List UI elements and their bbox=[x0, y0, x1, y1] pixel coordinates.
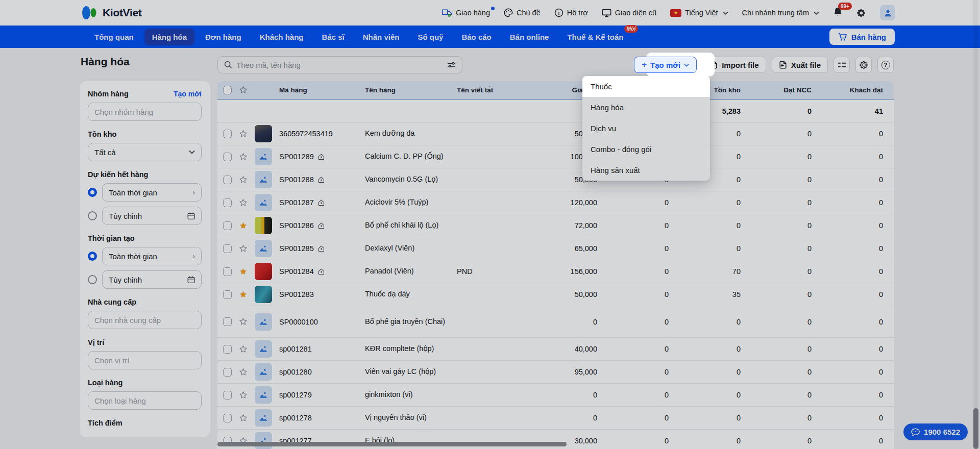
nav-tab-7[interactable]: Sổ quỹ bbox=[410, 29, 451, 45]
row-checkbox[interactable] bbox=[223, 130, 232, 138]
created-custom-option[interactable]: Tùy chỉnh bbox=[102, 270, 202, 289]
vertical-scrollbar-thumb[interactable] bbox=[973, 408, 978, 449]
dropdown-item-1[interactable]: Thuốc bbox=[582, 76, 710, 97]
forecast-alltime-radio[interactable] bbox=[88, 188, 97, 197]
nav-tab-3[interactable]: Đơn hàng bbox=[198, 29, 249, 45]
favorite-star-button[interactable] bbox=[238, 317, 248, 327]
favorite-star-button[interactable] bbox=[238, 344, 248, 354]
forecast-custom-radio[interactable] bbox=[88, 211, 97, 220]
col-header-code[interactable]: Mã hàng bbox=[279, 86, 365, 94]
created-alltime-option[interactable]: Toàn thời gian › bbox=[102, 247, 202, 265]
row-checkbox[interactable] bbox=[223, 267, 232, 276]
favorite-star-button[interactable] bbox=[238, 413, 248, 423]
row-checkbox[interactable] bbox=[223, 414, 232, 422]
horizontal-scrollbar[interactable] bbox=[217, 442, 567, 446]
settings-button[interactable] bbox=[856, 8, 866, 18]
nav-tab-4[interactable]: Khách hàng bbox=[252, 29, 311, 45]
nav-tab-6[interactable]: Nhân viên bbox=[355, 29, 407, 45]
row-checkbox[interactable] bbox=[223, 317, 232, 326]
user-avatar[interactable] bbox=[880, 5, 895, 20]
legacy-ui-link[interactable]: Giao diện cũ bbox=[602, 9, 656, 17]
row-checkbox[interactable] bbox=[223, 221, 232, 230]
table-row[interactable]: 3605972453419Kem dưỡng da50,0000000 bbox=[217, 122, 894, 145]
favorite-star-button[interactable] bbox=[238, 152, 248, 162]
row-checkbox[interactable] bbox=[223, 368, 232, 377]
create-group-link[interactable]: Tạo mới bbox=[174, 90, 202, 98]
favorite-star-button[interactable] bbox=[238, 129, 248, 139]
create-new-button[interactable]: + Tạo mới bbox=[634, 57, 697, 73]
vertical-scrollbar-track[interactable] bbox=[973, 0, 978, 449]
col-header-name[interactable]: Tên hàng bbox=[365, 86, 457, 94]
dropdown-item-2[interactable]: Hàng hóa bbox=[582, 97, 710, 118]
search-input[interactable] bbox=[236, 61, 443, 69]
row-checkbox[interactable] bbox=[223, 198, 232, 207]
favorite-star-button[interactable] bbox=[238, 198, 248, 208]
language-selector[interactable]: ★ Tiếng Việt bbox=[670, 9, 728, 17]
column-settings-button[interactable] bbox=[834, 57, 850, 73]
nav-tab-1[interactable]: Tổng quan bbox=[87, 29, 141, 45]
row-checkbox[interactable] bbox=[223, 290, 232, 299]
table-row[interactable]: SP0000100Bổ phế gia truyền (Chai)00000 bbox=[217, 306, 894, 338]
created-custom-radio[interactable] bbox=[88, 275, 97, 284]
branch-selector[interactable]: Chi nhánh trung tâm bbox=[742, 9, 819, 17]
nav-tab-8[interactable]: Báo cáo bbox=[454, 29, 499, 45]
col-header-supplier-order[interactable]: Đặt NCC bbox=[741, 86, 812, 94]
nav-tab-10[interactable]: Thuế & Kế toánMới bbox=[559, 29, 631, 45]
palette-icon bbox=[504, 8, 513, 17]
row-checkbox[interactable] bbox=[223, 345, 232, 354]
export-file-button[interactable]: Xuất file bbox=[772, 57, 828, 73]
table-settings-button[interactable] bbox=[855, 57, 872, 73]
dropdown-item-5[interactable]: Hàng sản xuất bbox=[582, 160, 710, 181]
group-filter-input[interactable] bbox=[88, 103, 202, 121]
row-checkbox[interactable] bbox=[223, 244, 232, 253]
favorite-star-button[interactable] bbox=[238, 390, 248, 400]
search-box[interactable] bbox=[217, 56, 462, 73]
sell-button[interactable]: Bán hàng bbox=[829, 29, 895, 45]
brand-logo[interactable]: KiotViet bbox=[81, 5, 142, 20]
row-checkbox[interactable] bbox=[223, 176, 232, 184]
supplier-filter-input[interactable] bbox=[88, 311, 202, 329]
table-row[interactable]: SP001289Calcium C. D. PP (Ống)100,000000… bbox=[217, 145, 894, 168]
stock-filter-select[interactable]: Tất cả bbox=[88, 143, 202, 161]
help-button[interactable]: ? bbox=[877, 57, 894, 73]
support-link[interactable]: ! Hỗ trợ bbox=[554, 8, 588, 17]
col-header-short-name[interactable]: Tên viết tắt bbox=[457, 86, 533, 94]
dropdown-item-3[interactable]: Dịch vụ bbox=[582, 118, 710, 139]
favorite-star-button[interactable] bbox=[238, 290, 248, 300]
table-row[interactable]: SP001286Bổ phế chỉ khái lộ (Lọ)72,000000… bbox=[217, 214, 894, 237]
location-filter-input[interactable] bbox=[88, 351, 202, 369]
nav-tab-9[interactable]: Bán online bbox=[502, 29, 557, 45]
row-checkbox[interactable] bbox=[223, 391, 232, 400]
table-row[interactable]: sp001280Viên vai gáy LC (hộp)95,0000000 bbox=[217, 361, 894, 384]
favorite-star-button[interactable] bbox=[238, 267, 248, 277]
favorite-star-button[interactable] bbox=[238, 175, 248, 185]
nav-tab-2[interactable]: Hàng hóa bbox=[144, 29, 194, 45]
type-filter-input[interactable] bbox=[88, 391, 202, 410]
table-row[interactable]: sp001281KĐR compltete (hộp)40,0000000 bbox=[217, 338, 894, 361]
nav-tab-5[interactable]: Bác sĩ bbox=[314, 29, 352, 45]
theme-link[interactable]: Chủ đề bbox=[504, 8, 541, 17]
table-row[interactable]: SP001284Panadol (Viên)PND156,00007000 bbox=[217, 260, 894, 283]
favorite-star-button[interactable] bbox=[238, 244, 248, 254]
select-all-checkbox[interactable] bbox=[223, 86, 232, 94]
row-checkbox[interactable] bbox=[223, 153, 232, 161]
product-price: 50,000 bbox=[533, 290, 597, 298]
table-row[interactable]: SP001283Thuốc dạ dày50,00003500 bbox=[217, 283, 894, 306]
favorite-star-button[interactable] bbox=[238, 367, 248, 377]
created-alltime-radio[interactable] bbox=[88, 252, 97, 261]
favorite-star-button[interactable] bbox=[238, 221, 248, 231]
dropdown-item-4[interactable]: Combo - đóng gói bbox=[582, 139, 710, 160]
table-row[interactable]: SP001287Aciclovir 5% (Tuýp)120,0000000 bbox=[217, 191, 894, 214]
notifications-button[interactable]: 99+ bbox=[833, 7, 843, 19]
table-row[interactable]: sp001279ginkmixton (vỉ)00000 bbox=[217, 384, 894, 407]
table-row[interactable]: SP001288Vancomycin 0.5G (Lọ)50,0000000 bbox=[217, 168, 894, 191]
table-row[interactable]: SP001285Dexlaxyl (Viên)65,0000000 bbox=[217, 237, 894, 260]
delivery-link[interactable]: Giao hàng bbox=[442, 9, 490, 17]
forecast-custom-option[interactable]: Tùy chỉnh bbox=[102, 207, 202, 225]
forecast-alltime-option[interactable]: Toàn thời gian › bbox=[102, 183, 202, 202]
support-hotline-button[interactable]: 1900 6522 bbox=[903, 423, 968, 440]
table-row[interactable]: sp001278Vị nguyên thảo (vỉ)00000 bbox=[217, 407, 894, 430]
product-thumbnail bbox=[255, 340, 272, 358]
filter-sliders-icon[interactable] bbox=[447, 61, 456, 68]
col-header-customer-order[interactable]: Khách đặt bbox=[812, 86, 883, 94]
